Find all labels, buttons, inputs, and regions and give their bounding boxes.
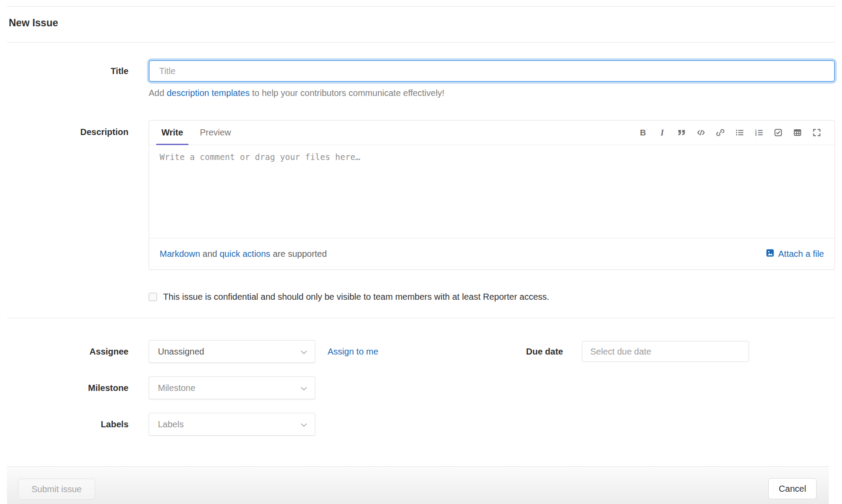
labels-row: Labels Labels xyxy=(7,413,835,436)
due-date-label: Due date xyxy=(508,347,563,357)
table-icon[interactable] xyxy=(791,126,804,139)
confidential-checkbox[interactable] xyxy=(149,293,157,301)
confidential-row: This issue is confidential and should on… xyxy=(7,292,835,302)
form-actions-bar: Submit issue Cancel xyxy=(7,466,829,504)
help-prefix: Add xyxy=(149,88,167,98)
milestone-row: Milestone Milestone xyxy=(7,376,835,399)
page-header: New Issue xyxy=(7,7,835,42)
help-suffix: to help your contributors communicate ef… xyxy=(250,88,444,98)
assignee-dropdown[interactable]: Unassigned xyxy=(149,340,315,363)
editor-footer: Markdown and quick actions are supported… xyxy=(149,238,835,270)
quote-icon[interactable] xyxy=(675,126,688,139)
numbered-list-icon[interactable]: 123 xyxy=(752,126,765,139)
due-date-group: Due date xyxy=(508,340,749,363)
chevron-down-icon xyxy=(301,383,307,393)
milestone-label: Milestone xyxy=(7,383,128,393)
link-icon[interactable] xyxy=(714,126,727,139)
assignee-value: Unassigned xyxy=(158,347,204,357)
bold-icon[interactable]: B xyxy=(636,126,649,139)
task-list-icon[interactable] xyxy=(771,126,785,139)
description-textarea[interactable] xyxy=(149,145,835,238)
editor-toolbar: B I 123 xyxy=(636,121,823,145)
bulleted-list-icon[interactable] xyxy=(733,126,746,139)
tab-preview[interactable]: Preview xyxy=(199,121,232,145)
attach-file-label: Attach a file xyxy=(778,249,824,259)
title-help-row: Add description templates to help your c… xyxy=(7,88,835,98)
attach-file-button[interactable]: Attach a file xyxy=(766,248,824,259)
labels-label: Labels xyxy=(7,419,128,429)
supported-suffix: are supported xyxy=(270,249,327,259)
milestone-value: Milestone xyxy=(158,383,196,393)
assignee-row: Assignee Unassigned Assign to me Due dat… xyxy=(7,340,835,363)
title-label: Title xyxy=(7,66,128,76)
milestone-dropdown[interactable]: Milestone xyxy=(149,376,315,399)
svg-text:3: 3 xyxy=(755,133,756,136)
chevron-down-icon xyxy=(301,347,307,357)
supported-text: Markdown and quick actions are supported xyxy=(160,249,327,259)
due-date-input[interactable] xyxy=(582,341,749,362)
labels-value: Labels xyxy=(158,419,184,429)
submit-issue-button[interactable]: Submit issue xyxy=(18,479,95,500)
description-label: Description xyxy=(7,120,128,137)
title-help-text: Add description templates to help your c… xyxy=(149,88,835,98)
description-row: Description Write Preview B I xyxy=(7,120,835,270)
title-input[interactable] xyxy=(149,60,835,82)
confidential-option: This issue is confidential and should on… xyxy=(149,292,835,302)
editor-header: Write Preview B I xyxy=(149,121,835,145)
section-divider xyxy=(7,318,835,318)
markdown-editor: Write Preview B I xyxy=(149,120,835,270)
assign-to-me-link[interactable]: Assign to me xyxy=(328,347,378,357)
title-row: Title xyxy=(7,60,835,82)
cancel-button[interactable]: Cancel xyxy=(768,478,817,499)
quick-actions-link[interactable]: quick actions xyxy=(220,249,271,259)
header-divider xyxy=(7,42,835,43)
code-icon[interactable] xyxy=(694,126,707,139)
italic-icon[interactable]: I xyxy=(656,126,669,139)
chevron-down-icon xyxy=(301,419,307,429)
attach-file-icon xyxy=(766,248,774,259)
full-screen-icon[interactable] xyxy=(810,126,823,139)
supported-middle: and xyxy=(200,249,219,259)
editor-body xyxy=(149,145,835,238)
page-title: New Issue xyxy=(9,17,833,29)
description-templates-link[interactable]: description templates xyxy=(167,88,250,98)
assignee-label: Assignee xyxy=(7,347,128,357)
markdown-link[interactable]: Markdown xyxy=(160,249,200,259)
new-issue-page: New Issue Title Add description template… xyxy=(0,0,842,436)
editor-tabs: Write Preview xyxy=(161,121,232,145)
tab-write[interactable]: Write xyxy=(161,121,184,145)
confidential-text: This issue is confidential and should on… xyxy=(163,292,549,302)
labels-dropdown[interactable]: Labels xyxy=(149,413,315,436)
